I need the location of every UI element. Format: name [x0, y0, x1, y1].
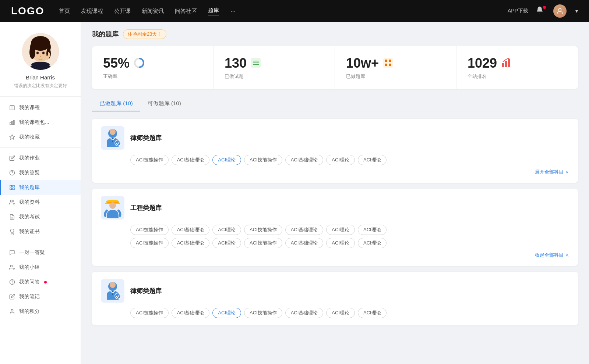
tag[interactable]: ACI技能操作 — [130, 238, 169, 248]
svg-point-53 — [115, 140, 121, 146]
svg-rect-17 — [12, 121, 13, 125]
svg-rect-23 — [13, 185, 14, 187]
svg-point-0 — [558, 8, 561, 11]
tag[interactable]: ACI基础理论 — [172, 225, 210, 235]
sidebar-item-my-qa[interactable]: 我的问答 — [0, 275, 81, 289]
tag[interactable]: ACI理论 — [326, 308, 355, 318]
sidebar-item-group[interactable]: 我的小组 — [0, 260, 81, 275]
tag[interactable]: ACI理论 — [358, 308, 387, 318]
svg-point-59 — [110, 282, 116, 288]
sidebar-item-my-course[interactable]: 我的课程 — [0, 100, 81, 115]
tag[interactable]: ACI技能操作 — [130, 155, 169, 165]
sidebar-item-notes[interactable]: 我的笔记 — [0, 289, 81, 304]
user-avatar[interactable] — [553, 4, 567, 18]
stat-label-banks: 已做题库 — [346, 73, 445, 80]
qbank-footer-2: 收起全部科目 ∧ — [101, 252, 569, 258]
help-circle-icon — [9, 169, 15, 176]
qbank-title-3: 律师类题库 — [130, 287, 162, 295]
tag[interactable]: ACI基础理论 — [172, 308, 210, 318]
nav-more[interactable]: ··· — [230, 7, 236, 15]
collapse-button-2[interactable]: 收起全部科目 ∧ — [535, 252, 569, 258]
nav-open-course[interactable]: 公开课 — [114, 8, 131, 15]
sidebar-item-materials[interactable]: 我的资料 — [0, 195, 81, 210]
tab-available[interactable]: 可做题库 (10) — [140, 96, 188, 111]
tag[interactable]: ACI理论 — [326, 225, 355, 235]
navbar-logo[interactable]: LOGO — [11, 5, 44, 17]
user-menu-chevron[interactable]: ▾ — [575, 8, 578, 14]
qbank-card-header-1: 律师类题库 — [101, 126, 569, 150]
sidebar-item-one-on-one[interactable]: 一对一答疑 — [0, 245, 81, 260]
tag[interactable]: ACI技能操作 — [130, 308, 169, 318]
svg-point-33 — [11, 309, 13, 311]
nav-news[interactable]: 新闻资讯 — [142, 8, 164, 15]
sidebar-item-points[interactable]: 我的积分 — [0, 304, 81, 319]
sidebar: Brian Harris 错误的决定比没有决定要好 我的课程 我的课程包... — [0, 22, 81, 364]
users-icon — [9, 199, 15, 206]
nav-qbank[interactable]: 题库 — [208, 7, 219, 15]
tag[interactable]: ACI基础理论 — [172, 238, 210, 248]
stat-value-rank: 1029 — [468, 56, 497, 71]
sidebar-item-label: 我的证书 — [19, 228, 40, 235]
qbank-tags-1: ACI技能操作 ACI基础理论 ACI理论 ACI技能操作 ACI基础理论 AC… — [130, 155, 569, 165]
tab-done[interactable]: 已做题库 (10) — [92, 96, 140, 111]
grid-stat-icon — [382, 57, 394, 69]
tag[interactable]: ACI基础理论 — [285, 308, 324, 318]
tag[interactable]: ACI技能操作 — [244, 225, 282, 235]
tag[interactable]: ACI技能操作 — [130, 225, 169, 235]
stat-questions-done: 130 已做试题 — [214, 46, 335, 89]
tag[interactable]: ACI理论 — [358, 238, 387, 248]
tag[interactable]: ACI理论 — [326, 238, 355, 248]
sidebar-item-label: 我的资料 — [19, 199, 40, 206]
app-download-button[interactable]: APP下载 — [508, 8, 528, 14]
tag[interactable]: ACI理论 — [326, 155, 355, 165]
sidebar-item-favorites[interactable]: 我的收藏 — [0, 130, 81, 144]
tag[interactable]: ACI理论 — [358, 225, 387, 235]
sidebar-item-qa[interactable]: 我的答疑 — [0, 165, 81, 180]
expand-button-1[interactable]: 展开全部科目 ∨ — [535, 169, 569, 175]
sidebar-item-certificate[interactable]: 我的证书 — [0, 224, 81, 239]
svg-point-32 — [12, 283, 13, 283]
sidebar-item-label: 一对一答疑 — [19, 249, 45, 256]
tag-active[interactable]: ACI理论 — [212, 308, 241, 318]
sidebar-item-course-package[interactable]: 我的课程包... — [0, 115, 81, 130]
sidebar-item-exam[interactable]: 我的考试 — [0, 210, 81, 224]
svg-point-8 — [36, 52, 39, 54]
tag[interactable]: ACI基础理论 — [285, 238, 324, 248]
sidebar-item-qbank[interactable]: 我的题库 — [0, 180, 81, 195]
stat-banks-done: 10w+ 已做题库 — [335, 46, 456, 89]
tag[interactable]: ACI基础理论 — [285, 155, 324, 165]
nav-discover[interactable]: 发现课程 — [81, 8, 103, 15]
bar-chart-icon — [9, 119, 15, 126]
message-icon — [9, 249, 15, 256]
tag[interactable]: ACI理论 — [212, 225, 241, 235]
sidebar-item-label: 我的题库 — [19, 184, 40, 191]
avatar-illustration — [22, 33, 59, 70]
bell-icon — [536, 6, 544, 14]
notification-bell[interactable] — [536, 6, 546, 16]
nav-qa[interactable]: 问答社区 — [175, 8, 197, 15]
sidebar-item-label: 我的课程包... — [19, 119, 49, 126]
svg-rect-46 — [502, 63, 504, 67]
sidebar-item-label: 我的积分 — [19, 308, 40, 315]
tag[interactable]: ACI技能操作 — [244, 308, 282, 318]
pie-chart-icon — [133, 57, 145, 70]
edit-icon — [9, 155, 15, 161]
tag[interactable]: ACI基础理论 — [172, 155, 210, 165]
tag-active[interactable]: ACI理论 — [212, 155, 241, 165]
tag[interactable]: ACI理论 — [212, 238, 241, 248]
svg-rect-18 — [13, 120, 14, 125]
tag[interactable]: ACI基础理论 — [285, 225, 324, 235]
qbank-card-lawyer-1: 律师类题库 ACI技能操作 ACI基础理论 ACI理论 ACI技能操作 ACI基… — [92, 119, 578, 183]
engineer-icon — [101, 196, 124, 220]
tabs-row: 已做题库 (10) 可做题库 (10) — [92, 96, 578, 111]
tag[interactable]: ACI技能操作 — [244, 238, 282, 248]
qbank-card-header-2: 工程类题库 — [101, 196, 569, 220]
tag[interactable]: ACI理论 — [358, 155, 387, 165]
tag[interactable]: ACI技能操作 — [244, 155, 282, 165]
sidebar-item-label: 我的小组 — [19, 264, 40, 271]
lawyer-icon-2 — [101, 279, 124, 303]
svg-rect-42 — [385, 60, 387, 62]
sidebar-item-homework[interactable]: 我的作业 — [0, 151, 81, 165]
nav-home[interactable]: 首页 — [59, 8, 70, 15]
stat-value-questions: 130 — [225, 56, 247, 71]
